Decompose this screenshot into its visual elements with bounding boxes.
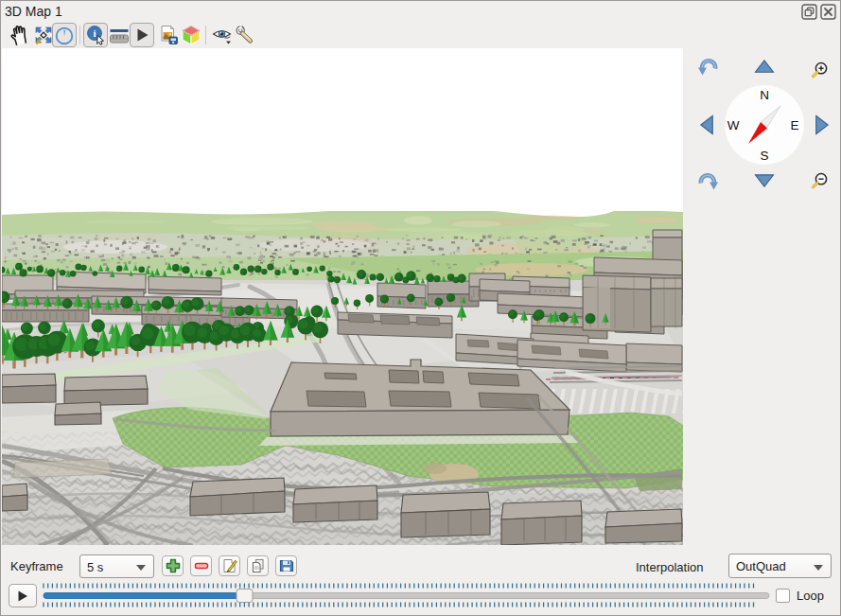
svg-text:i: i <box>93 27 96 39</box>
svg-text:E: E <box>790 118 798 132</box>
svg-text:S: S <box>760 149 768 163</box>
svg-text:N: N <box>760 88 769 102</box>
svg-text:W: W <box>727 118 740 132</box>
